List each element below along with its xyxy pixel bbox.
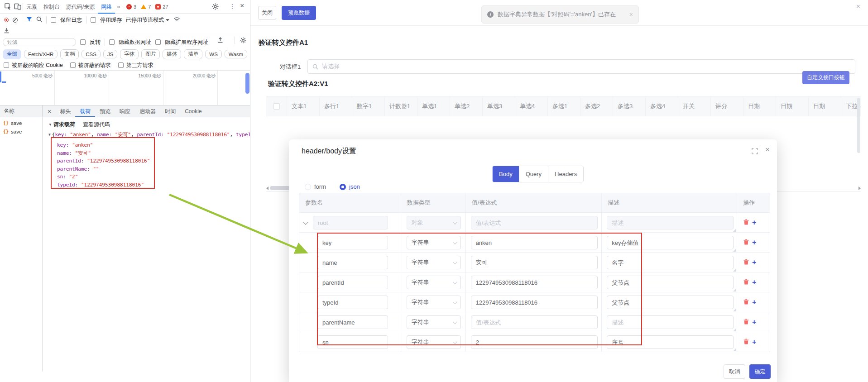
payload-preview-line[interactable]: ▼ {key: "anken", name: "安可", parentId: "… [48,131,250,138]
dialog-tab-query[interactable]: Query [519,166,548,182]
cancel-button[interactable]: 取消 [724,364,745,379]
devtools-menu-icon[interactable]: ⋮ [229,3,235,10]
value-input[interactable] [471,335,598,349]
blocked-filter-被屏蔽的请求[interactable]: 被屏蔽的请求 [70,62,111,69]
data-type-select[interactable]: 字符串 [407,335,461,349]
value-input[interactable] [471,315,598,329]
description-textarea[interactable] [607,335,734,349]
description-textarea[interactable] [607,256,734,269]
value-input[interactable] [471,256,598,269]
delete-row-icon[interactable] [743,259,749,266]
hide-extension-urls-checkbox[interactable] [155,39,161,45]
request-row[interactable]: {}save [0,119,42,127]
a2-select-all-checkbox[interactable] [273,103,280,110]
disable-cache-checkbox[interactable] [91,17,96,23]
param-name-input[interactable] [317,315,388,329]
param-name-input[interactable] [317,236,388,249]
network-conditions-icon[interactable] [173,17,180,24]
record-network-icon[interactable] [4,18,9,22]
detail-tab-时间[interactable]: 时间 [160,105,180,117]
add-row-icon[interactable]: + [752,339,756,346]
resize-handle-icon[interactable] [733,288,736,291]
add-row-icon[interactable]: + [752,259,756,266]
expand-chevron-icon[interactable] [303,220,308,224]
name-column-header[interactable]: 名称 [0,105,43,117]
close-detail-icon[interactable]: × [43,108,55,115]
preserve-log-checkbox[interactable] [51,17,56,23]
fullscreen-icon[interactable] [752,148,758,156]
delete-row-icon[interactable] [743,339,749,346]
resize-handle-icon[interactable] [733,248,736,252]
param-name-input[interactable] [317,335,388,349]
description-textarea[interactable] [607,276,734,289]
hide-data-urls-checkbox[interactable] [109,39,115,45]
filter-chip-清单[interactable]: 清单 [184,49,202,59]
network-overview-timeline[interactable]: 5000 毫秒10000 毫秒15000 毫秒20000 毫秒 [0,70,250,105]
blocked-filter-第三方请求[interactable]: 第三方请求 [118,62,153,69]
scroll-left-icon[interactable] [266,186,269,190]
filter-chip-字体[interactable]: 字体 [120,49,139,59]
request-row[interactable]: {}save [0,127,42,136]
dialog1-select[interactable]: 请选择 [307,59,855,74]
dialog-close-icon[interactable]: × [765,145,770,154]
add-row-icon[interactable]: + [752,239,756,246]
detail-tab-启动器[interactable]: 启动器 [135,105,160,117]
checkbox-icon[interactable] [70,62,76,68]
throttling-dropdown[interactable]: 已停用节流模式 [126,16,169,24]
clear-network-icon[interactable] [13,18,18,23]
issues-badge[interactable]: 27 [155,4,168,10]
preview-data-button[interactable]: 预览数据 [282,6,316,20]
invert-checkbox[interactable] [80,39,86,45]
filter-chip-Fetch/XHR[interactable]: Fetch/XHR [24,50,58,58]
add-row-icon[interactable]: + [752,319,756,326]
add-row-icon[interactable]: + [752,219,756,226]
description-textarea[interactable] [607,315,734,329]
delete-row-icon[interactable] [743,219,749,226]
delete-row-icon[interactable] [743,279,749,286]
device-toolbar-icon[interactable] [13,2,23,12]
resize-handle-icon[interactable] [733,308,736,311]
filter-chip-图片[interactable]: 图片 [141,49,160,59]
more-tabs-chevron[interactable]: » [115,4,122,10]
custom-api-button[interactable]: 自定义接口按钮 [802,71,849,84]
description-textarea[interactable] [607,296,734,309]
param-name-input[interactable] [317,256,388,269]
devtools-tab-源代码/来源[interactable]: 源代码/来源 [63,0,98,14]
param-name-input[interactable] [317,296,388,309]
filter-chip-JS[interactable]: JS [103,50,117,58]
description-textarea[interactable] [607,236,734,249]
devtools-tab-元素[interactable]: 元素 [23,0,40,14]
add-row-icon[interactable]: + [752,299,756,306]
json-radio[interactable]: json [340,183,360,190]
export-har-icon[interactable] [217,37,223,44]
dialog-tab-headers[interactable]: Headers [548,166,583,182]
checkbox-icon[interactable] [4,62,9,68]
delete-row-icon[interactable] [743,239,749,246]
data-type-select[interactable]: 对象 [407,216,461,229]
filter-chip-全部[interactable]: 全部 [3,49,21,59]
filter-funnel-icon[interactable] [26,17,32,24]
data-type-select[interactable]: 字符串 [407,315,461,329]
a2-vertical-scrollbar[interactable] [857,98,860,153]
value-input[interactable] [471,276,598,289]
error-badge[interactable]: × 3 [126,4,136,10]
resize-handle-icon[interactable] [733,229,736,232]
detail-tab-标头[interactable]: 标头 [55,105,75,117]
filter-input[interactable] [3,38,76,46]
inspect-element-icon[interactable] [3,2,13,12]
detail-tab-响应[interactable]: 响应 [115,105,135,117]
filter-chip-媒体[interactable]: 媒体 [163,49,181,59]
form-radio[interactable]: form [305,183,326,190]
confirm-button[interactable]: 确定 [749,364,771,379]
payload-section-title[interactable]: ▼ 请求载荷 [48,121,75,129]
data-type-select[interactable]: 字符串 [407,236,461,249]
filter-chip-WS[interactable]: WS [205,50,222,58]
scroll-right-icon[interactable] [858,186,861,190]
filter-chip-Wasm[interactable]: Wasm [225,50,247,58]
filter-chip-文档[interactable]: 文档 [60,49,79,59]
resize-handle-icon[interactable] [733,328,736,331]
search-network-icon[interactable] [36,16,42,24]
view-source-link[interactable]: 查看源代码 [83,121,110,129]
resize-handle-icon[interactable] [733,348,736,351]
page-close-icon[interactable]: × [856,2,860,10]
